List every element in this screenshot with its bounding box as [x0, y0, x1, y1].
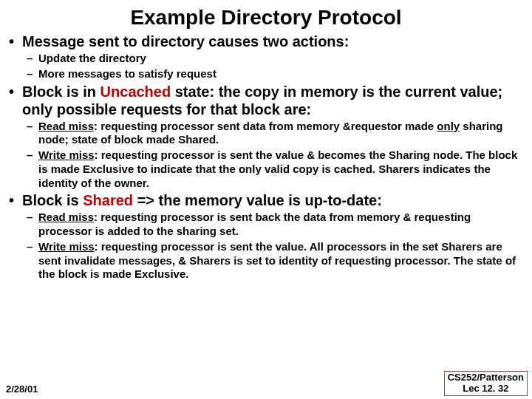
shared-term: Shared	[83, 192, 133, 208]
write-miss-label: Write miss	[38, 149, 95, 161]
shared-write-miss-text: : requesting processor is sent the value…	[38, 240, 516, 281]
sub-more-messages: More messages to satisfy request	[38, 67, 523, 81]
footer-date: 2/28/01	[6, 383, 38, 395]
shared-read-miss-text: : requesting processor is sent back the …	[38, 211, 471, 237]
shared-read-miss-label: Read miss	[38, 211, 94, 223]
write-miss-text: : requesting processor is sent the value…	[38, 149, 517, 189]
sub-uncached-write-miss: Write miss: requesting processor is sent…	[38, 149, 523, 190]
uncached-pre: Block is in	[22, 83, 100, 100]
shared-post: => the memory value is up-to-date:	[133, 192, 382, 208]
shared-write-miss-label: Write miss	[38, 240, 95, 253]
only-word: only	[437, 120, 460, 132]
sub-update-directory: Update the directory	[38, 52, 523, 66]
bullet-actions: Message sent to directory causes two act…	[22, 33, 525, 50]
shared-pre: Block is	[22, 192, 83, 208]
bullet-shared: Block is Shared => the memory value is u…	[22, 191, 525, 209]
footer-course-box: CS252/Patterson Lec 12. 32	[444, 371, 528, 396]
footer-lecture: Lec 12. 32	[463, 383, 508, 394]
uncached-term: Uncached	[100, 83, 171, 100]
read-miss-text: : requesting processor sent data from me…	[94, 120, 437, 132]
sub-shared-read-miss: Read miss: requesting processor is sent …	[38, 211, 523, 239]
sub-uncached-read-miss: Read miss: requesting processor sent dat…	[38, 120, 523, 148]
bullet-uncached: Block is in Uncached state: the copy in …	[22, 83, 525, 118]
sub-shared-write-miss: Write miss: requesting processor is sent…	[38, 240, 523, 282]
footer-course: CS252/Patterson	[448, 372, 524, 383]
slide-title: Example Directory Protocol	[0, 6, 532, 30]
read-miss-label: Read miss	[38, 120, 94, 132]
